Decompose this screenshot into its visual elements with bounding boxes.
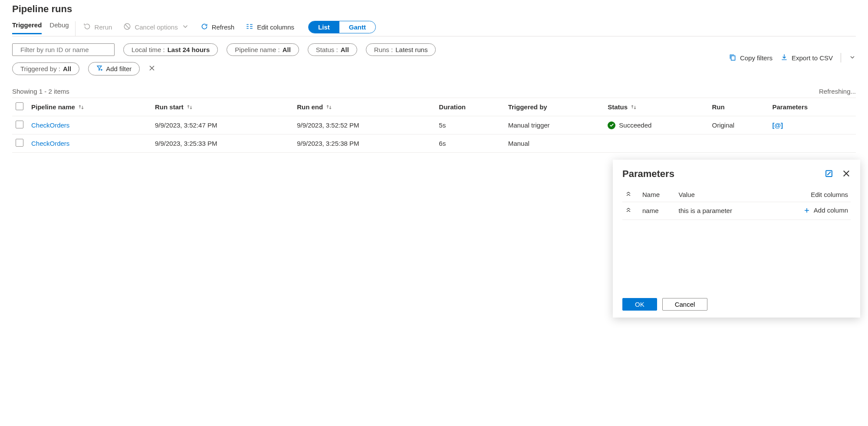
filter-value: Last 24 hours <box>168 46 210 53</box>
cell-run: Original <box>709 116 769 134</box>
copy-label: Copy filters <box>740 54 773 62</box>
svg-rect-1 <box>731 56 735 60</box>
filter-input-wrap[interactable] <box>12 43 115 56</box>
cell-end: 9/9/2023, 3:25:38 PM <box>293 134 435 153</box>
cell-triggeredby: Manual <box>505 134 605 153</box>
sort-icon <box>326 104 332 111</box>
page-title: Pipeline runs <box>12 3 856 15</box>
export-csv-button[interactable]: Export to CSV <box>780 53 833 62</box>
edit-columns-button[interactable]: Edit columns <box>246 23 294 32</box>
filter-value: All <box>63 65 71 72</box>
filter-key: Pipeline name : <box>235 46 279 53</box>
filter-localtime[interactable]: Local time : Last 24 hours <box>123 43 218 56</box>
divider <box>841 53 841 62</box>
filter-key: Runs : <box>374 46 393 53</box>
filter-value: All <box>283 46 291 53</box>
cell-end: 9/9/2023, 3:52:52 PM <box>293 116 435 134</box>
filter-triggered-by[interactable]: Triggered by : All <box>12 62 79 75</box>
cell-run <box>709 134 769 153</box>
col-run-start[interactable]: Run start <box>151 98 293 116</box>
copy-icon <box>729 53 736 62</box>
col-pipeline-name[interactable]: Pipeline name <box>28 98 151 116</box>
col-triggered-by[interactable]: Triggered by <box>505 98 605 116</box>
cancel-options-button: Cancel options <box>123 23 189 32</box>
col-parameters[interactable]: Parameters <box>769 98 856 116</box>
export-label: Export to CSV <box>792 54 833 62</box>
add-filter-button[interactable]: Add filter <box>88 62 140 75</box>
clear-filters-button[interactable] <box>148 65 155 73</box>
pipeline-link[interactable]: CheckOrders <box>31 121 69 129</box>
cell-duration: 6s <box>435 134 504 153</box>
table-row: CheckOrders 9/9/2023, 3:52:47 PM 9/9/202… <box>12 116 856 134</box>
rerun-button: Rerun <box>83 23 112 32</box>
toolbar-label: Edit columns <box>257 23 294 31</box>
refreshing-label: Refreshing... <box>819 88 856 95</box>
filter-pipeline-name[interactable]: Pipeline name : All <box>227 43 299 56</box>
download-icon <box>780 53 788 62</box>
row-checkbox[interactable] <box>16 139 23 147</box>
status-label: Succeeded <box>619 121 651 129</box>
select-all-checkbox[interactable] <box>16 102 23 110</box>
filter-key: Local time : <box>132 46 165 53</box>
more-chevron-button[interactable] <box>849 54 856 62</box>
col-status[interactable]: Status <box>604 98 708 116</box>
sort-icon <box>186 104 193 111</box>
funnel-plus-icon <box>96 65 103 73</box>
view-gantt-option[interactable]: Gantt <box>339 21 375 33</box>
view-toggle: List Gantt <box>308 21 376 33</box>
filter-value: Latest runs <box>395 46 427 53</box>
runs-table: Pipeline name Run start Run end Duration… <box>12 98 856 153</box>
rerun-icon <box>83 23 91 32</box>
filter-key: Status : <box>316 46 338 53</box>
filter-input[interactable] <box>20 46 110 53</box>
sort-icon <box>78 104 85 111</box>
view-list-option[interactable]: List <box>309 21 339 33</box>
cancel-icon <box>123 23 131 32</box>
col-run[interactable]: Run <box>709 98 769 116</box>
row-checkbox[interactable] <box>16 121 23 128</box>
pipeline-link[interactable]: CheckOrders <box>31 140 69 147</box>
filter-runs[interactable]: Runs : Latest runs <box>366 43 436 56</box>
tab-triggered[interactable]: Triggered <box>12 21 42 34</box>
cell-start: 9/9/2023, 3:52:47 PM <box>151 116 293 134</box>
cell-start: 9/9/2023, 3:25:33 PM <box>151 134 293 153</box>
add-filter-label: Add filter <box>106 65 132 72</box>
sort-icon <box>630 104 637 111</box>
columns-icon <box>246 23 253 32</box>
toolbar-label: Refresh <box>212 23 235 31</box>
filter-key: Triggered by : <box>20 65 60 72</box>
table-row: CheckOrders 9/9/2023, 3:25:33 PM 9/9/202… <box>12 134 856 153</box>
parameters-icon[interactable]: [@] <box>772 121 783 129</box>
copy-filters-button[interactable]: Copy filters <box>729 53 773 62</box>
success-icon <box>608 121 615 129</box>
toolbar-label: Cancel options <box>135 23 178 31</box>
filter-status[interactable]: Status : All <box>308 43 357 56</box>
col-duration[interactable]: Duration <box>435 98 504 116</box>
chevron-down-icon <box>181 23 189 32</box>
col-run-end[interactable]: Run end <box>293 98 435 116</box>
toolbar-label: Rerun <box>95 23 112 31</box>
filter-value: All <box>341 46 349 53</box>
results-count: Showing 1 - 2 items <box>12 88 69 95</box>
cell-duration: 5s <box>435 116 504 134</box>
refresh-button[interactable]: Refresh <box>201 23 235 32</box>
cell-triggeredby: Manual trigger <box>505 116 605 134</box>
tab-debug[interactable]: Debug <box>49 21 69 34</box>
refresh-icon <box>201 23 208 32</box>
